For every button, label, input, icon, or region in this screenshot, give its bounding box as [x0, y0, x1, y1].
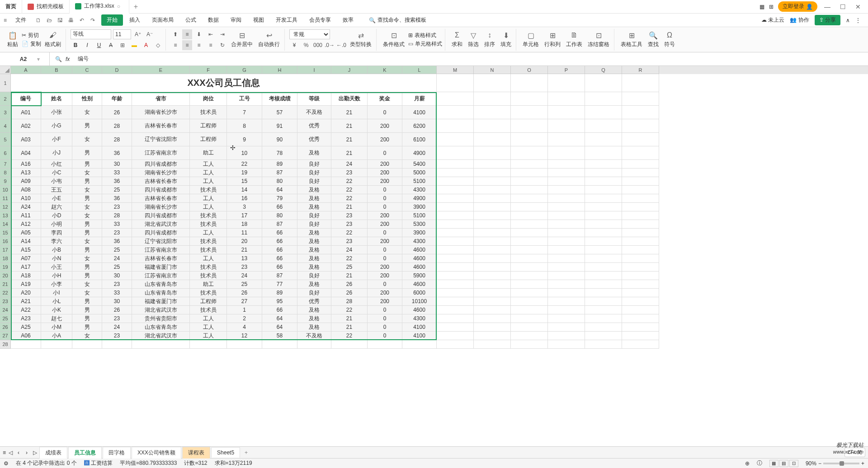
empty-cell[interactable] [437, 146, 474, 160]
data-20-11[interactable]: 10100 [402, 297, 437, 306]
col-header-E[interactable]: E [132, 66, 190, 74]
data-24-3[interactable]: 23 [102, 332, 132, 340]
data-16-9[interactable]: 25 [331, 263, 368, 271]
data-4-11[interactable]: 5400 [402, 160, 437, 168]
empty-cell[interactable] [474, 194, 511, 203]
empty-cell[interactable] [437, 323, 474, 332]
data-5-7[interactable]: 87 [262, 168, 297, 177]
empty-cell[interactable] [474, 263, 511, 271]
data-1-1[interactable]: 小G [41, 119, 72, 133]
empty-cell[interactable] [622, 246, 659, 254]
header-8[interactable]: 等级 [297, 92, 331, 106]
col-header-F[interactable]: F [190, 66, 227, 74]
data-18-8[interactable]: 及格 [297, 280, 331, 289]
data-20-3[interactable]: 30 [102, 297, 132, 306]
empty-cell[interactable] [511, 237, 548, 246]
empty-cell[interactable] [511, 254, 548, 263]
data-13-5[interactable]: 技术员 [190, 237, 227, 246]
save-icon[interactable]: 🖫 [56, 16, 64, 24]
tab-review[interactable]: 审阅 [225, 14, 247, 26]
workbook-tab[interactable]: 工作簿3.xlsx○ [70, 0, 129, 14]
empty-cell[interactable] [548, 280, 585, 289]
cell-reference[interactable]: ▾ [0, 52, 50, 66]
empty-cell[interactable] [548, 332, 585, 340]
empty-cell[interactable] [437, 74, 474, 92]
data-0-0[interactable]: A01 [11, 106, 41, 119]
data-8-3[interactable]: 36 [102, 194, 132, 203]
empty-cell[interactable] [585, 177, 622, 186]
data-15-0[interactable]: A07 [11, 254, 41, 263]
empty-cell[interactable] [511, 314, 548, 323]
data-4-0[interactable]: A16 [11, 160, 41, 168]
empty-cell[interactable] [474, 254, 511, 263]
align-justify-icon[interactable]: ≡ [206, 40, 216, 50]
data-8-8[interactable]: 及格 [297, 194, 331, 203]
row-header-15[interactable]: 15 [0, 229, 11, 237]
empty-cell[interactable] [437, 314, 474, 323]
empty-cell[interactable] [548, 254, 585, 263]
row-header-16[interactable]: 16 [0, 237, 11, 246]
data-12-3[interactable]: 23 [102, 229, 132, 237]
indent-dec-icon[interactable]: ⇤ [206, 29, 216, 39]
open-icon[interactable]: 🗁 [45, 16, 53, 24]
empty-cell[interactable] [474, 160, 511, 168]
row-header-18[interactable]: 18 [0, 254, 11, 263]
empty-cell[interactable] [585, 92, 622, 106]
data-18-0[interactable]: A19 [11, 280, 41, 289]
empty-cell[interactable] [548, 194, 585, 203]
prev-sheet-icon[interactable]: ‹ [15, 449, 22, 456]
empty-cell[interactable] [622, 133, 659, 146]
align-bottom-icon[interactable]: ⬇ [194, 29, 204, 39]
search-box[interactable]: 🔍查找命令、搜索模板 [360, 16, 426, 24]
tab-member[interactable]: 会员专享 [304, 14, 336, 26]
data-14-0[interactable]: A15 [11, 246, 41, 254]
empty-cell[interactable] [474, 340, 511, 349]
data-3-9[interactable]: 21 [331, 146, 368, 160]
empty-cell[interactable] [585, 168, 622, 177]
empty-cell[interactable] [548, 160, 585, 168]
data-11-4[interactable]: 湖北省武汉市 [132, 220, 190, 229]
data-20-0[interactable]: A21 [11, 297, 41, 306]
data-18-11[interactable]: 4600 [402, 280, 437, 289]
data-18-5[interactable]: 助工 [190, 280, 227, 289]
data-10-1[interactable]: 小D [41, 211, 72, 220]
home-tab[interactable]: 首页 [0, 0, 22, 14]
col-header-K[interactable]: K [368, 66, 402, 74]
data-22-9[interactable]: 21 [331, 314, 368, 323]
data-6-5[interactable]: 工人 [190, 177, 227, 186]
data-16-2[interactable]: 男 [72, 263, 102, 271]
empty-cell[interactable] [622, 211, 659, 220]
data-22-5[interactable]: 工人 [190, 314, 227, 323]
data-5-10[interactable]: 200 [368, 168, 402, 177]
data-5-2[interactable]: 女 [72, 168, 102, 177]
col-header-I[interactable]: I [297, 66, 331, 74]
empty-cell[interactable] [511, 220, 548, 229]
copy-button[interactable]: 📄复制 [22, 40, 41, 48]
empty-cell[interactable] [474, 177, 511, 186]
data-11-10[interactable]: 200 [368, 220, 402, 229]
data-12-9[interactable]: 22 [331, 229, 368, 237]
empty-cell[interactable] [548, 92, 585, 106]
empty-cell[interactable] [437, 203, 474, 211]
data-16-5[interactable]: 技术员 [190, 263, 227, 271]
data-6-8[interactable]: 良好 [297, 177, 331, 186]
comma-icon[interactable]: 000 [313, 40, 323, 50]
empty-cell[interactable] [511, 289, 548, 297]
data-3-3[interactable]: 36 [102, 146, 132, 160]
close-window-button[interactable]: ✕ [853, 3, 863, 10]
data-22-6[interactable]: 2 [227, 314, 262, 323]
empty-cell[interactable] [474, 74, 511, 92]
empty-cell[interactable] [474, 289, 511, 297]
data-3-11[interactable]: 4900 [402, 146, 437, 160]
mode-icon[interactable]: ⊕ [745, 460, 750, 467]
sum-button[interactable]: Σ求和 [450, 30, 464, 49]
sheet-tab-1[interactable]: 员工信息 [68, 447, 102, 459]
empty-cell[interactable] [437, 229, 474, 237]
empty-cell[interactable] [622, 314, 659, 323]
empty-cell[interactable] [474, 186, 511, 194]
data-2-1[interactable]: 小F [41, 133, 72, 146]
break-view-icon[interactable]: ⊡ [789, 460, 798, 467]
font-color-button[interactable]: A [141, 40, 151, 50]
data-6-3[interactable]: 36 [102, 177, 132, 186]
zoom-control[interactable]: 90% − + [806, 460, 864, 467]
